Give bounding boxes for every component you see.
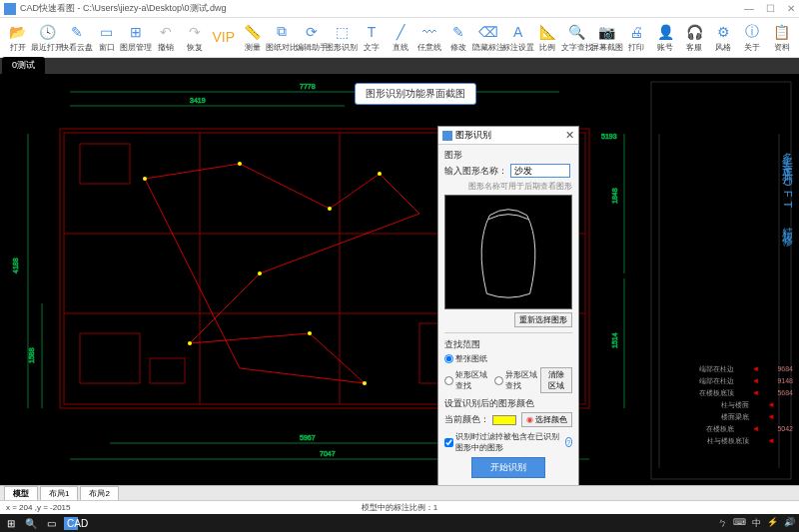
tool-11[interactable]: ⬚图形识别 [328,20,356,56]
radio-rect-area[interactable] [444,376,453,385]
tool-6[interactable]: ↷恢复 [181,20,208,56]
task-view-icon[interactable]: ▭ [44,518,58,529]
tool-7[interactable]: VIP [210,20,237,56]
color-section-label: 设置识别后的图形颜色 [444,397,572,410]
start-recognition-button[interactable]: 开始识别 [471,457,545,478]
color-swatch [492,415,516,425]
svg-point-16 [308,331,312,335]
tool-17[interactable]: A标注设置 [504,20,532,56]
svg-text:5193: 5193 [601,133,617,140]
dialog-icon [442,131,452,141]
tool-23[interactable]: 🎧客服 [681,20,708,56]
dimension-legend: 端部在柱边◄9684端部在柱边◄9148在楼板底顶◄5684柱与楼面◄楼面梁底◄… [699,363,794,447]
current-color-label: 当前颜色： [444,413,489,426]
maximize-button[interactable]: ☐ [766,3,775,14]
tool-15[interactable]: ✎修改 [445,20,472,56]
radio-whole-drawing[interactable] [444,354,453,363]
scope-section-label: 查找范围 [444,338,572,351]
tool-0[interactable]: 📂打开 [4,20,31,56]
start-button[interactable]: ⊞ [4,518,18,529]
tool-5[interactable]: ↶撤销 [152,20,179,56]
layout-tabs: 模型布局1布局2 [0,485,799,500]
layout-tab-0[interactable]: 模型 [4,486,38,500]
titlebar: CAD快速看图 - C:\Users\jiezy-a\Desktop\0测试.d… [0,0,799,18]
close-button[interactable]: ✕ [787,3,795,14]
svg-text:3419: 3419 [190,97,206,104]
window-title: CAD快速看图 - C:\Users\jiezy-a\Desktop\0测试.d… [20,2,744,15]
svg-text:7778: 7778 [300,83,316,90]
tool-19[interactable]: 🔍文字查找 [563,20,591,56]
svg-text:1588: 1588 [28,347,35,363]
tool-2[interactable]: ✎快看云盘 [63,20,91,56]
tool-20[interactable]: 📷屏幕截图 [593,20,621,56]
app-icon [4,3,16,15]
svg-point-15 [188,341,192,345]
svg-point-11 [238,162,242,166]
filter-contained-checkbox[interactable] [444,438,453,447]
svg-text:1848: 1848 [611,188,618,204]
minimize-button[interactable]: — [744,3,754,14]
tool-4[interactable]: ⊞图层管理 [122,20,150,56]
app-taskbar-icon[interactable]: CAD [64,517,78,530]
layout-tab-2[interactable]: 布局2 [80,486,118,500]
shape-section-label: 图形 [444,149,572,162]
tool-9[interactable]: ⧉图纸对比 [268,20,296,56]
reselect-shape-button[interactable]: 重新选择图形 [514,312,572,327]
tool-12[interactable]: T文字 [358,20,385,56]
cad-drawing: 7778 3419 4188 1588 5967 7047 5193 1848 … [0,74,799,485]
name-field-label: 输入图形名称： [444,165,507,178]
tab-active[interactable]: 0测试 [2,57,45,74]
svg-rect-9 [150,358,185,383]
tool-24[interactable]: ⚙风格 [710,20,737,56]
svg-point-17 [363,381,367,385]
svg-rect-7 [80,333,140,383]
tool-13[interactable]: ╱直线 [387,20,413,56]
svg-point-10 [143,177,147,181]
search-icon[interactable]: 🔍 [24,518,38,529]
shape-preview [444,195,572,309]
coordinates-readout: x = 204 ,y = -2015 [6,503,71,512]
svg-point-12 [328,207,332,211]
help-icon[interactable]: ? [565,437,573,447]
name-hint: 图形名称可用于后期查看图形 [444,181,572,192]
tool-25[interactable]: ⓘ关于 [739,20,766,56]
dialog-title: 图形识别 [455,129,565,142]
layout-tab-1[interactable]: 布局1 [40,486,78,500]
scale-readout: 模型中的标注比例：1 [362,502,437,513]
annotation-callout: 图形识别功能界面截图 [355,83,476,105]
drawing-canvas[interactable]: 7778 3419 4188 1588 5967 7047 5193 1848 … [0,74,799,485]
svg-point-14 [258,271,262,275]
tool-14[interactable]: 〰任意线 [416,20,443,56]
svg-text:1514: 1514 [611,332,618,348]
svg-text:4188: 4188 [12,258,19,273]
tool-10[interactable]: ⟳编辑助手 [298,20,326,56]
main-toolbar: 📂打开🕓最近打开✎快看云盘▭窗口⊞图层管理↶撤销↷恢复VIP📏测量⧉图纸对比⟳编… [0,18,799,58]
pick-color-button[interactable]: ◉ 选择颜色 [521,412,572,427]
tool-3[interactable]: ▭窗口 [93,20,120,56]
tool-8[interactable]: 📏测量 [239,20,266,56]
shape-name-input[interactable] [510,164,570,178]
tool-1[interactable]: 🕓最近打开 [33,20,61,56]
tool-18[interactable]: 📐比例 [534,20,561,56]
status-bar: x = 204 ,y = -2015 模型中的标注比例：1 [0,500,799,514]
clear-area-button[interactable]: 清除区域 [540,367,572,393]
dialog-close-button[interactable]: ✕ [565,129,574,142]
svg-text:7047: 7047 [320,450,336,457]
tool-22[interactable]: 👤账号 [652,20,679,56]
svg-point-13 [378,172,382,176]
windows-taskbar: ⊞ 🔍 ▭ CAD ㄅ⌨中⚡🔊 [0,514,799,532]
watermark-text: 多年专注来邦LOFT 精装修 [780,144,795,231]
svg-rect-6 [80,144,130,184]
tool-26[interactable]: 📋资料 [768,20,795,56]
tool-16[interactable]: ⌫隐藏标注 [474,20,502,56]
svg-text:5967: 5967 [300,434,316,441]
radio-irregular-area[interactable] [494,376,503,385]
document-tabs: 0测试 [0,58,799,74]
shape-recognition-dialog: 图形识别 ✕ 图形 输入图形名称： 图形名称可用于后期查看图形 重新选择图形 查… [437,126,579,485]
tool-21[interactable]: 🖨打印 [623,20,650,56]
